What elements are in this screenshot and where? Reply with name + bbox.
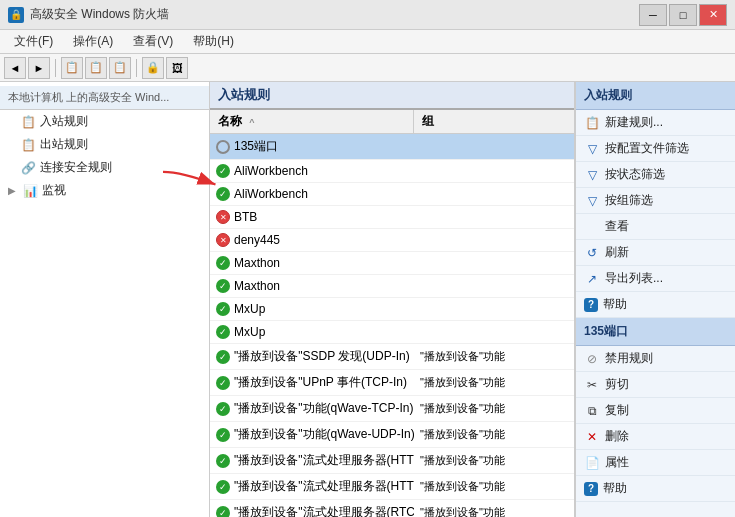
tree-item-connection[interactable]: 🔗 连接安全规则 — [0, 156, 209, 179]
tree-header: 本地计算机 上的高级安全 Wind... — [0, 86, 209, 110]
window-controls: ─ □ ✕ — [639, 4, 727, 26]
toolbar-btn-5[interactable]: 🖼 — [166, 57, 188, 79]
action-icon-filter-profile: ▽ — [584, 141, 600, 157]
tree-item-monitor[interactable]: ▶ 📊 监视 — [0, 179, 209, 202]
maximize-button[interactable]: □ — [669, 4, 697, 26]
back-button[interactable]: ◄ — [4, 57, 26, 79]
list-columns: 名称 ^ 组 — [210, 110, 574, 134]
row-group: "播放到设备"功能 — [414, 451, 574, 470]
menu-help[interactable]: 帮助(H) — [183, 31, 244, 52]
row-name: 135端口 — [210, 136, 414, 157]
menu-action[interactable]: 操作(A) — [63, 31, 123, 52]
row-group — [414, 330, 574, 334]
action-icon-help: ? — [584, 298, 598, 312]
list-row[interactable]: ✓ "播放到设备"流式处理服务器(HTTP-Stre... "播放到设备"功能 — [210, 448, 574, 474]
action-label-help2: 帮助 — [603, 480, 627, 497]
row-group: "播放到设备"功能 — [414, 425, 574, 444]
action-icon-delete: ✕ — [584, 429, 600, 445]
action-item-filter-state[interactable]: ▽ 按状态筛选 — [576, 162, 735, 188]
list-row[interactable]: 135端口 — [210, 134, 574, 160]
row-name: ✓ AliWorkbench — [210, 185, 414, 203]
action-icon-help2: ? — [584, 482, 598, 496]
row-name: ✓ "播放到设备"功能(qWave-TCP-In) — [210, 398, 414, 419]
toolbar-btn-2[interactable]: 📋 — [85, 57, 107, 79]
list-row[interactable]: ✓ MxUp — [210, 321, 574, 344]
row-group: "播放到设备"功能 — [414, 503, 574, 517]
action-item-help[interactable]: ? 帮助 — [576, 292, 735, 318]
window-title: 高级安全 Windows 防火墙 — [30, 6, 169, 23]
action-icon-filter-group: ▽ — [584, 193, 600, 209]
row-name: ✓ MxUp — [210, 300, 414, 318]
actions-section-header: 入站规则 — [576, 82, 735, 110]
list-row[interactable]: ✓ Maxthon — [210, 275, 574, 298]
row-name: ✓ Maxthon — [210, 277, 414, 295]
minimize-button[interactable]: ─ — [639, 4, 667, 26]
list-panel: 入站规则 名称 ^ 组 135端口 ✓ AliWorkbench — [210, 82, 575, 517]
row-name: ✓ AliWorkbench — [210, 162, 414, 180]
close-button[interactable]: ✕ — [699, 4, 727, 26]
action-item-filter-profile[interactable]: ▽ 按配置文件筛选 — [576, 136, 735, 162]
action-item-filter-group[interactable]: ▽ 按组筛选 — [576, 188, 735, 214]
row-group: "播放到设备"功能 — [414, 399, 574, 418]
row-group: "播放到设备"功能 — [414, 373, 574, 392]
col-group-header[interactable]: 组 — [414, 110, 574, 133]
row-name: ✕ deny445 — [210, 231, 414, 249]
row-group — [414, 192, 574, 196]
list-row[interactable]: ✓ "播放到设备"UPnP 事件(TCP-In) "播放到设备"功能 — [210, 370, 574, 396]
list-row[interactable]: ✓ "播放到设备"SSDP 发现(UDP-In) "播放到设备"功能 — [210, 344, 574, 370]
toolbar-btn-1[interactable]: 📋 — [61, 57, 83, 79]
allow-icon: ✓ — [216, 187, 230, 201]
action-icon-properties: 📄 — [584, 455, 600, 471]
list-row[interactable]: ✕ BTB — [210, 206, 574, 229]
toolbar: ◄ ► 📋 📋 📋 🔒 🖼 — [0, 54, 735, 82]
forward-button[interactable]: ► — [28, 57, 50, 79]
list-row[interactable]: ✓ "播放到设备"功能(qWave-UDP-In) "播放到设备"功能 — [210, 422, 574, 448]
allow-icon: ✓ — [216, 302, 230, 316]
list-row[interactable]: ✓ "播放到设备"流式处理服务器(RTCP-Stre... "播放到设备"功能 — [210, 500, 574, 517]
allow-icon: ✓ — [216, 402, 230, 416]
list-row[interactable]: ✓ "播放到设备"功能(qWave-TCP-In) "播放到设备"功能 — [210, 396, 574, 422]
allow-icon: ✓ — [216, 506, 230, 518]
outbound-label: 出站规则 — [40, 136, 88, 153]
toolbar-separator-2 — [136, 59, 137, 77]
list-row[interactable]: ✓ AliWorkbench — [210, 183, 574, 206]
action-item-export[interactable]: ↗ 导出列表... — [576, 266, 735, 292]
action-icon-export: ↗ — [584, 271, 600, 287]
col-name-header[interactable]: 名称 ^ — [210, 110, 414, 133]
action-item-refresh[interactable]: ↺ 刷新 — [576, 240, 735, 266]
action-item-help2[interactable]: ? 帮助 — [576, 476, 735, 502]
action-icon-view — [584, 219, 600, 235]
inbound-label: 入站规则 — [40, 113, 88, 130]
row-group — [414, 307, 574, 311]
list-row[interactable]: ✓ "播放到设备"流式处理服务器(HTTP-Stre... "播放到设备"功能 — [210, 474, 574, 500]
action-label-refresh: 刷新 — [605, 244, 629, 261]
list-row[interactable]: ✓ MxUp — [210, 298, 574, 321]
action-item-properties[interactable]: 📄 属性 — [576, 450, 735, 476]
title-bar: 🔒 高级安全 Windows 防火墙 ─ □ ✕ — [0, 0, 735, 30]
action-item-delete[interactable]: ✕ 删除 — [576, 424, 735, 450]
row-name: ✓ Maxthon — [210, 254, 414, 272]
action-label-filter-group: 按组筛选 — [605, 192, 653, 209]
action-label-properties: 属性 — [605, 454, 629, 471]
action-label-filter-state: 按状态筛选 — [605, 166, 665, 183]
action-icon-copy: ⧉ — [584, 403, 600, 419]
action-icon-filter-state: ▽ — [584, 167, 600, 183]
row-group — [414, 145, 574, 149]
action-item-cut[interactable]: ✂ 剪切 — [576, 372, 735, 398]
action-item-disable[interactable]: ⊘ 禁用规则 — [576, 346, 735, 372]
action-item-view[interactable]: 查看 — [576, 214, 735, 240]
menu-view[interactable]: 查看(V) — [123, 31, 183, 52]
action-item-new-rule[interactable]: 📋 新建规则... — [576, 110, 735, 136]
outbound-icon: 📋 — [20, 137, 36, 153]
list-row[interactable]: ✕ deny445 — [210, 229, 574, 252]
actions-section-header: 135端口 — [576, 318, 735, 346]
toolbar-btn-4[interactable]: 🔒 — [142, 57, 164, 79]
menu-file[interactable]: 文件(F) — [4, 31, 63, 52]
toolbar-btn-3[interactable]: 📋 — [109, 57, 131, 79]
action-item-copy[interactable]: ⧉ 复制 — [576, 398, 735, 424]
list-row[interactable]: ✓ AliWorkbench — [210, 160, 574, 183]
tree-item-outbound[interactable]: 📋 出站规则 — [0, 133, 209, 156]
row-name: ✓ "播放到设备"流式处理服务器(RTCP-Stre... — [210, 502, 414, 517]
list-row[interactable]: ✓ Maxthon — [210, 252, 574, 275]
tree-item-inbound[interactable]: 📋 入站规则 — [0, 110, 209, 133]
